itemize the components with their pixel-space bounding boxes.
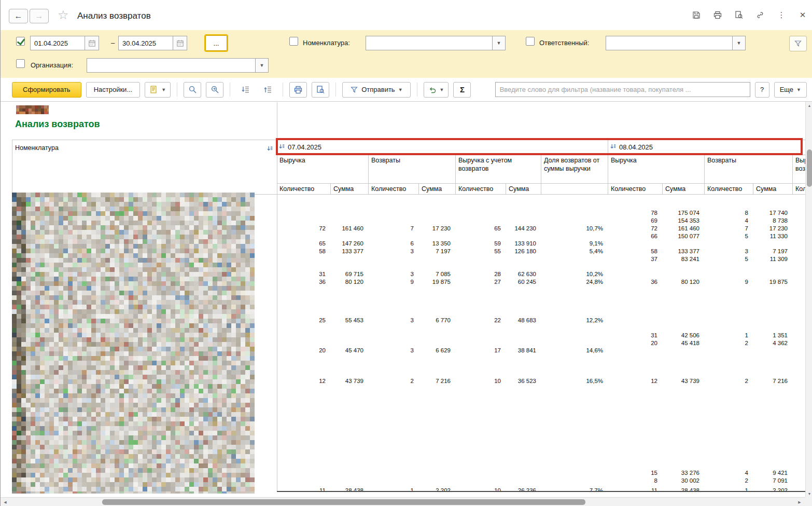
forward-button[interactable]: → [30, 9, 49, 23]
data-cell [753, 408, 793, 416]
separator [177, 83, 177, 97]
printer-icon [713, 10, 722, 20]
period-to-input[interactable] [119, 36, 173, 50]
nomenclature-input[interactable] [366, 36, 492, 50]
nomenclature-dropdown-button[interactable]: ▼ [492, 36, 505, 50]
sort-icon[interactable] [279, 143, 285, 151]
organization-checkbox[interactable] [16, 59, 25, 68]
print-title-button[interactable] [712, 10, 723, 20]
data-cell: 22 [456, 317, 506, 324]
help-button[interactable]: ? [755, 82, 769, 98]
print-button[interactable] [289, 82, 307, 98]
organization-input[interactable] [87, 59, 255, 72]
data-cell: 144 230 [506, 225, 541, 233]
scroll-down-icon[interactable]: ▼ [806, 490, 812, 497]
group-header-cell[interactable]: Возвраты [369, 155, 456, 183]
settings-button[interactable]: Настройки... [86, 82, 141, 98]
data-cell [753, 293, 793, 301]
report-variants-button[interactable]: ▼ [145, 82, 171, 98]
sub-header-cell[interactable]: Количество [705, 183, 753, 194]
data-cell [753, 393, 793, 401]
sub-header-cell[interactable]: Сумма [419, 183, 456, 194]
sub-header-cell[interactable]: Количество [277, 183, 331, 194]
table-row: 65147 260613 35059133 9109,1% [277, 240, 805, 248]
sub-header-cell[interactable]: Количество [608, 183, 663, 194]
sum-button[interactable]: Σ [453, 82, 471, 98]
responsible-input[interactable] [606, 36, 732, 50]
data-cell: 58 [277, 248, 331, 255]
undo-button[interactable]: ▼ [424, 82, 449, 98]
collapse-groups-button[interactable] [236, 82, 254, 98]
find-button[interactable] [184, 82, 201, 98]
data-cell [277, 393, 331, 401]
vertical-scroll-thumb[interactable] [807, 149, 812, 187]
data-cell [419, 324, 456, 332]
group-header-cell[interactable]: Возвраты [705, 155, 793, 183]
horizontal-scroll-thumb[interactable] [102, 499, 585, 505]
sub-header-cell[interactable]: Количество [793, 183, 805, 194]
sub-header-cell[interactable] [541, 183, 608, 194]
sub-header-cell[interactable]: Сумма [753, 183, 793, 194]
data-cell [541, 324, 608, 332]
generate-button[interactable]: Сформировать [12, 82, 81, 98]
scroll-right-icon[interactable]: ▶ [796, 499, 803, 506]
period-from-input[interactable] [31, 36, 85, 50]
calendar-button[interactable] [173, 36, 187, 50]
sub-header-cell[interactable]: Сумма [506, 183, 541, 194]
column-header-date-1[interactable]: 07.04.2025 [277, 140, 608, 155]
vertical-scrollbar[interactable]: ▲ ▼ [805, 102, 812, 497]
nomenclature-combo: ▼ [366, 36, 506, 50]
data-cell [419, 209, 456, 217]
find-next-button[interactable] [206, 82, 223, 98]
group-header-cell[interactable]: Выручка с учетом возвратов [793, 155, 805, 183]
quick-filter-input[interactable] [496, 86, 750, 93]
data-cell [456, 423, 506, 431]
table-row [277, 431, 805, 439]
column-header-date-2[interactable]: 08.04.2025 [608, 140, 805, 155]
row-header-nomenclature[interactable]: Номенклатура [12, 140, 277, 194]
group-header-cell[interactable]: Доля возвратов от суммы выручки [541, 155, 608, 183]
organization-dropdown-button[interactable]: ▼ [255, 59, 268, 72]
expand-groups-button[interactable] [259, 82, 276, 98]
preview-title-button[interactable] [734, 10, 744, 20]
data-cell [419, 370, 456, 378]
data-cell: 17 740 [753, 209, 793, 217]
favorite-star-icon[interactable]: ☆ [58, 9, 69, 21]
data-cell [541, 362, 608, 370]
data-cell [608, 370, 663, 378]
save-button[interactable] [691, 10, 702, 20]
close-button[interactable]: ✕ [797, 10, 808, 20]
data-cell: 65 [277, 240, 331, 248]
app-window: ← → ☆ Анализ возвратов ⋮ ✕ [0, 0, 812, 506]
sub-header-cell[interactable]: Сумма [331, 183, 369, 194]
more-actions-button[interactable]: Еще ▼ [774, 82, 807, 98]
group-header-cell[interactable]: Выручка [608, 155, 705, 183]
send-button[interactable]: Отправить ▼ [342, 82, 410, 98]
sort-icon[interactable] [610, 143, 616, 151]
sub-header-cell[interactable]: Количество [456, 183, 506, 194]
data-cell: 5 [705, 255, 753, 263]
nomenclature-checkbox[interactable] [289, 37, 298, 46]
back-button[interactable]: ← [9, 9, 28, 23]
data-cell [331, 286, 369, 294]
scroll-left-icon[interactable]: ◀ [2, 499, 9, 506]
data-cell [608, 408, 663, 416]
calendar-button[interactable] [85, 36, 99, 50]
responsible-dropdown-button[interactable]: ▼ [732, 36, 745, 50]
group-header-cell[interactable]: Выручка с учетом возвратов [456, 155, 541, 183]
period-more-button[interactable]: ... [205, 35, 227, 51]
horizontal-scrollbar[interactable]: ◀ ▶ [1, 497, 812, 506]
print-preview-button[interactable] [312, 82, 329, 98]
responsible-checkbox[interactable] [526, 37, 535, 46]
sort-icon[interactable] [267, 146, 273, 153]
get-link-button[interactable] [755, 10, 765, 20]
table-row [277, 416, 805, 423]
period-checkbox[interactable] [16, 37, 25, 46]
scroll-up-icon[interactable]: ▲ [806, 102, 812, 109]
group-header-cell[interactable]: Выручка [277, 155, 369, 183]
table-row: 69154 35348 738 [277, 217, 805, 225]
sub-header-cell[interactable]: Количество [369, 183, 419, 194]
filter-settings-button[interactable] [789, 36, 807, 51]
sub-header-cell[interactable]: Сумма [663, 183, 705, 194]
more-menu-button[interactable]: ⋮ [776, 10, 787, 20]
